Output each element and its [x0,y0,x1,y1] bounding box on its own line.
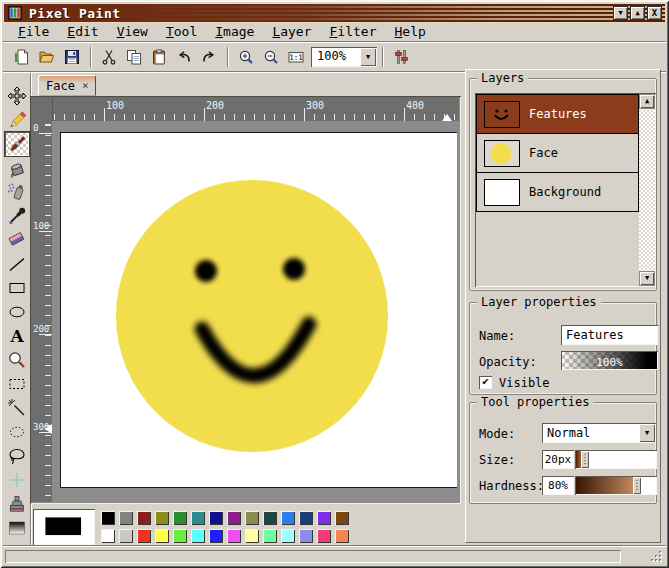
tool-paint-bucket[interactable] [5,156,29,180]
layers-scrollbar[interactable]: ▲ ▼ [639,94,655,286]
current-color-well[interactable] [33,509,95,545]
color-swatch[interactable] [261,527,279,545]
layer-row-features[interactable]: Features [476,94,639,134]
color-swatch[interactable] [279,527,297,545]
tool-airbrush[interactable] [5,180,29,204]
scroll-down-button[interactable]: ▼ [639,271,655,286]
tool-magic-wand[interactable] [5,396,29,420]
tool-line[interactable] [5,252,29,276]
open-file-button[interactable] [35,46,59,69]
color-swatch[interactable] [261,509,279,527]
color-swatch[interactable] [171,509,189,527]
text-icon: A [7,326,27,346]
redo-button[interactable] [197,46,221,69]
app-icon [8,6,22,20]
minimize-button[interactable]: ▼ [613,6,628,20]
color-swatch[interactable] [225,509,243,527]
hardness-slider-grip[interactable] [633,477,641,494]
scrollbar-track[interactable] [639,109,655,271]
zoom-out-button[interactable] [259,46,283,69]
hardness-input[interactable]: 80% [542,476,574,495]
color-swatch[interactable] [333,527,351,545]
resize-grip[interactable] [649,549,663,563]
color-swatch[interactable] [135,527,153,545]
opacity-label: Opacity: [479,355,537,369]
color-swatch[interactable] [297,509,315,527]
menu-edit[interactable]: Edit [58,23,107,41]
size-slider-grip[interactable] [581,451,589,468]
menu-image[interactable]: Image [206,23,263,41]
tool-move[interactable] [5,84,29,108]
color-swatch[interactable] [117,527,135,545]
color-swatch[interactable] [207,509,225,527]
drawing-canvas[interactable] [60,132,457,488]
zoom-in-button[interactable] [234,46,258,69]
menu-view[interactable]: View [108,23,157,41]
color-swatch[interactable] [189,527,207,545]
color-swatch[interactable] [99,527,117,545]
color-swatch[interactable] [99,509,117,527]
tool-rectangle[interactable] [5,276,29,300]
menu-tool[interactable]: Tool [157,23,206,41]
color-swatch[interactable] [171,527,189,545]
undo-button[interactable] [172,46,196,69]
save-file-button[interactable] [60,46,84,69]
color-swatch[interactable] [315,527,333,545]
hardness-slider[interactable] [575,476,657,495]
color-swatch[interactable] [189,509,207,527]
tool-crosshair[interactable] [5,468,29,492]
title-bar[interactable]: Pixel Paint ▼ ▲ X [3,3,666,23]
visible-checkbox[interactable]: ✔ [479,376,492,389]
tool-eraser[interactable] [5,228,29,252]
menu-filter[interactable]: Filter [321,23,386,41]
color-swatch[interactable] [225,527,243,545]
menu-layer[interactable]: Layer [263,23,320,41]
paste-button[interactable] [147,46,171,69]
mode-dropdown-arrow[interactable]: ▼ [639,424,655,442]
layer-name-input[interactable]: Features [561,325,658,345]
zoom-combobox-arrow[interactable]: ▼ [360,48,376,66]
color-swatch[interactable] [279,509,297,527]
color-swatch[interactable] [333,509,351,527]
face-thumbnail-art [485,141,519,166]
tool-eyedropper[interactable] [5,204,29,228]
color-swatch[interactable] [135,509,153,527]
tool-gradient[interactable] [5,516,29,540]
menu-help[interactable]: Help [386,23,435,41]
tool-lasso[interactable] [5,444,29,468]
zoom-level-combobox[interactable]: 100% ▼ [311,47,377,67]
tool-rectangle-select[interactable] [5,372,29,396]
new-document-button[interactable] [10,46,34,69]
copy-button[interactable] [122,46,146,69]
tool-ellipse-select[interactable] [5,420,29,444]
maximize-button[interactable]: ▲ [630,6,645,20]
size-slider[interactable] [575,450,657,469]
opacity-slider[interactable]: 100% [561,351,658,370]
tab-close-icon[interactable]: × [82,81,89,91]
tool-options-button[interactable] [389,46,413,69]
color-swatch[interactable] [297,527,315,545]
tab-face[interactable]: Face × [38,75,96,96]
tool-text[interactable]: A [5,324,29,348]
color-swatch[interactable] [117,509,135,527]
scroll-up-button[interactable]: ▲ [639,94,655,109]
close-button[interactable]: X [647,6,662,20]
mode-dropdown[interactable]: Normal ▼ [542,423,656,443]
color-swatch[interactable] [243,509,261,527]
tool-clone-stamp[interactable] [5,492,29,516]
color-swatch[interactable] [207,527,225,545]
color-swatch[interactable] [153,527,171,545]
cut-button[interactable] [97,46,121,69]
actual-size-button[interactable]: 1:1 [284,46,308,69]
tool-magnifier[interactable] [5,348,29,372]
tool-ellipse[interactable] [5,300,29,324]
color-swatch[interactable] [243,527,261,545]
layer-row-background[interactable]: Background [476,172,639,212]
size-input[interactable]: 20px [542,450,574,469]
menu-file[interactable]: File [9,23,58,41]
tool-pencil[interactable] [5,108,29,132]
color-swatch[interactable] [315,509,333,527]
tool-paintbrush[interactable] [5,132,29,156]
layer-row-face[interactable]: Face [476,133,639,173]
color-swatch[interactable] [153,509,171,527]
